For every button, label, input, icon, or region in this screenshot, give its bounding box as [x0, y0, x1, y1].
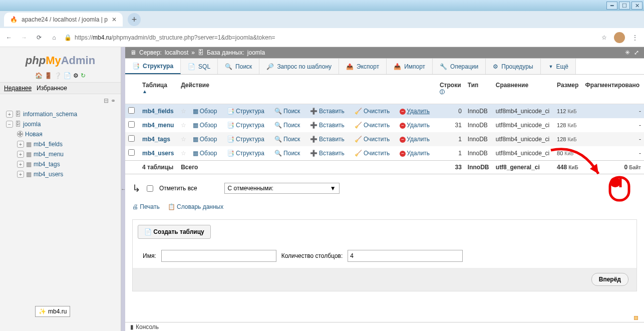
menu-icon[interactable]: ⋮: [630, 33, 640, 43]
tab-operations[interactable]: 🔧Операции: [433, 59, 486, 74]
expand-icon[interactable]: +: [17, 161, 24, 168]
empty-link[interactable]: 🧹Очистить: [355, 136, 390, 143]
sidebar-resizer[interactable]: [121, 47, 125, 331]
link-icon[interactable]: ⚭: [111, 97, 116, 104]
window-minimize-button[interactable]: ━: [606, 2, 617, 10]
tab-sql[interactable]: 📄SQL: [181, 59, 218, 74]
search-link[interactable]: 🔍Поиск: [274, 150, 300, 157]
insert-link[interactable]: ➕Вставить: [310, 150, 345, 157]
favorite-star-icon[interactable]: ☆: [181, 122, 186, 129]
tree-table-mb4-tags[interactable]: + ▦ mb4_tags: [2, 159, 119, 169]
structure-link[interactable]: 📑Структура: [227, 136, 264, 143]
row-checkbox[interactable]: [128, 135, 135, 142]
print-link[interactable]: 🖨 Печать: [132, 203, 160, 210]
expand-icon[interactable]: +: [6, 111, 13, 118]
favorite-star-icon[interactable]: ☆: [181, 150, 186, 157]
columns-count-input[interactable]: [348, 250, 463, 262]
tab-export[interactable]: 📤Экспорт: [339, 59, 387, 74]
collapse-icon[interactable]: −: [6, 121, 13, 128]
drop-link[interactable]: −Удалить: [400, 122, 430, 129]
browse-link[interactable]: ▦Обзор: [193, 122, 217, 129]
browser-tab[interactable]: 🔥 apache24 / localhost / joomla | p ✕: [4, 13, 123, 27]
structure-link[interactable]: 📑Структура: [227, 122, 264, 129]
bookmark-star-icon[interactable]: ☆: [599, 33, 609, 43]
tab-import[interactable]: 📥Импорт: [387, 59, 433, 74]
check-all-checkbox[interactable]: [147, 185, 153, 192]
breadcrumb-db-link[interactable]: joomla: [247, 49, 265, 56]
col-rows[interactable]: Строкиⓘ: [437, 79, 465, 104]
forward-button[interactable]: Вперёд: [591, 273, 628, 286]
row-checkbox[interactable]: [128, 121, 135, 128]
forward-button[interactable]: →: [19, 33, 29, 43]
tree-table-mb4-fields[interactable]: + ▦ mb4_fields: [2, 139, 119, 149]
tree-db-joomla[interactable]: − 🗄 joomla: [2, 119, 119, 129]
search-link[interactable]: 🔍Поиск: [274, 136, 300, 143]
browse-link[interactable]: ▦Обзор: [193, 150, 217, 157]
create-table-button[interactable]: 📄 Создать таблицу: [138, 225, 211, 239]
sql-icon[interactable]: 📄: [64, 72, 71, 79]
profile-avatar[interactable]: [614, 32, 625, 43]
docs-icon[interactable]: ❔: [54, 72, 62, 79]
drop-link[interactable]: −Удалить: [400, 108, 430, 115]
structure-link[interactable]: 📑Структура: [227, 150, 264, 157]
row-checkbox[interactable]: [128, 149, 135, 156]
collapse-tree-icon[interactable]: ⊟: [104, 97, 109, 104]
window-close-button[interactable]: ✕: [631, 2, 642, 10]
tab-structure[interactable]: 📑Структура: [125, 59, 181, 74]
tree-table-mb4-users[interactable]: + ▦ mb4_users: [2, 169, 119, 179]
empty-link[interactable]: 🧹Очистить: [355, 122, 390, 129]
table-name-link[interactable]: mb4_fields: [142, 108, 174, 115]
expand-icon[interactable]: +: [17, 141, 24, 148]
logout-icon[interactable]: 🚪: [45, 72, 52, 79]
home-button[interactable]: ⌂: [49, 33, 59, 43]
col-overhead[interactable]: Фрагментировано: [582, 79, 644, 104]
favorite-tables-link[interactable]: Избранное: [37, 85, 67, 92]
expand-icon[interactable]: +: [17, 151, 24, 158]
back-button[interactable]: ←: [4, 33, 14, 43]
table-name-link[interactable]: mb4_users: [142, 150, 174, 157]
favorite-star-icon[interactable]: ☆: [181, 108, 186, 115]
tree-new-table[interactable]: 🕀 Новая: [2, 129, 119, 139]
table-name-link[interactable]: mb4_tags: [142, 136, 170, 143]
with-selected-dropdown[interactable]: С отмеченными:▼: [224, 183, 340, 194]
tab-more[interactable]: ▼Ещё: [541, 59, 576, 74]
row-checkbox[interactable]: [128, 107, 135, 114]
expand-panel-icon[interactable]: ⤢: [634, 49, 639, 56]
col-type[interactable]: Тип: [465, 79, 493, 104]
empty-link[interactable]: 🧹Очистить: [355, 150, 390, 157]
browse-link[interactable]: ▦Обзор: [193, 108, 217, 115]
browse-link[interactable]: ▦Обзор: [193, 136, 217, 143]
search-link[interactable]: 🔍Поиск: [274, 108, 300, 115]
empty-link[interactable]: 🧹Очистить: [355, 108, 390, 115]
console-hint-icon[interactable]: [634, 316, 638, 320]
gear-icon[interactable]: ✳: [625, 49, 630, 56]
data-dictionary-link[interactable]: 📋 Словарь данных: [168, 203, 224, 210]
insert-link[interactable]: ➕Вставить: [310, 136, 345, 143]
col-table[interactable]: Таблица▲: [139, 79, 178, 104]
window-maximize-button[interactable]: ☐: [619, 2, 630, 10]
insert-link[interactable]: ➕Вставить: [310, 108, 345, 115]
settings-icon[interactable]: ⚙: [73, 72, 79, 79]
search-link[interactable]: 🔍Поиск: [274, 122, 300, 129]
col-size[interactable]: Размер: [554, 79, 582, 104]
col-collation[interactable]: Сравнение: [493, 79, 554, 104]
new-tab-button[interactable]: +: [128, 13, 141, 26]
tree-db-information-schema[interactable]: + 🗄 information_schema: [2, 109, 119, 119]
console-bar[interactable]: ▮Консоль: [125, 322, 644, 331]
tab-search[interactable]: 🔍Поиск: [218, 59, 259, 74]
tab-close-icon[interactable]: ✕: [112, 16, 117, 23]
tab-routines[interactable]: ⚙Процедуры: [486, 59, 540, 74]
structure-link[interactable]: 📑Структура: [227, 108, 264, 115]
reload-tree-icon[interactable]: ↻: [81, 72, 86, 79]
address-bar[interactable]: 🔒 https://mb4.ru/phpmyadmin/db_structure…: [64, 34, 594, 41]
table-name-input[interactable]: [161, 250, 276, 262]
drop-link[interactable]: −Удалить: [400, 150, 430, 157]
reload-button[interactable]: ⟳: [34, 33, 44, 43]
insert-link[interactable]: ➕Вставить: [310, 122, 345, 129]
tab-query[interactable]: 🔎Запрос по шаблону: [259, 59, 339, 74]
drop-link[interactable]: −Удалить: [400, 136, 430, 143]
home-icon[interactable]: 🏠: [35, 72, 43, 79]
breadcrumb-server-link[interactable]: localhost: [165, 49, 188, 56]
expand-icon[interactable]: +: [17, 171, 24, 178]
tree-table-mb4-menu[interactable]: + ▦ mb4_menu: [2, 149, 119, 159]
